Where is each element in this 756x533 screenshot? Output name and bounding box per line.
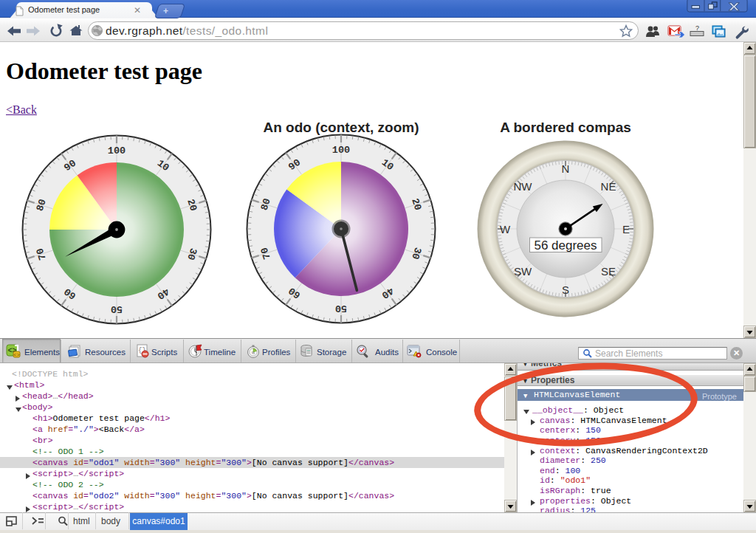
svg-text:<>: <> — [13, 352, 19, 358]
svg-text:?: ? — [695, 24, 699, 32]
svg-text:A bordered compas: A bordered compas — [500, 120, 631, 135]
svg-text:100: 100 — [108, 145, 126, 157]
svg-text:%: % — [252, 351, 255, 355]
svg-text:N: N — [562, 162, 570, 175]
svg-text:56 degrees: 56 degrees — [534, 238, 597, 252]
svg-text:SW: SW — [514, 265, 532, 278]
svg-text:50: 50 — [335, 303, 347, 314]
svg-text:An odo (context, zoom): An odo (context, zoom) — [263, 120, 419, 135]
svg-text:E: E — [622, 223, 630, 235]
svg-text:S: S — [562, 283, 569, 296]
svg-text:W: W — [500, 223, 511, 235]
svg-text:100: 100 — [332, 145, 350, 156]
svg-text:50: 50 — [111, 303, 123, 314]
svg-text:SE: SE — [601, 265, 616, 278]
svg-text:NE: NE — [601, 180, 616, 193]
svg-text:NW: NW — [514, 180, 533, 193]
